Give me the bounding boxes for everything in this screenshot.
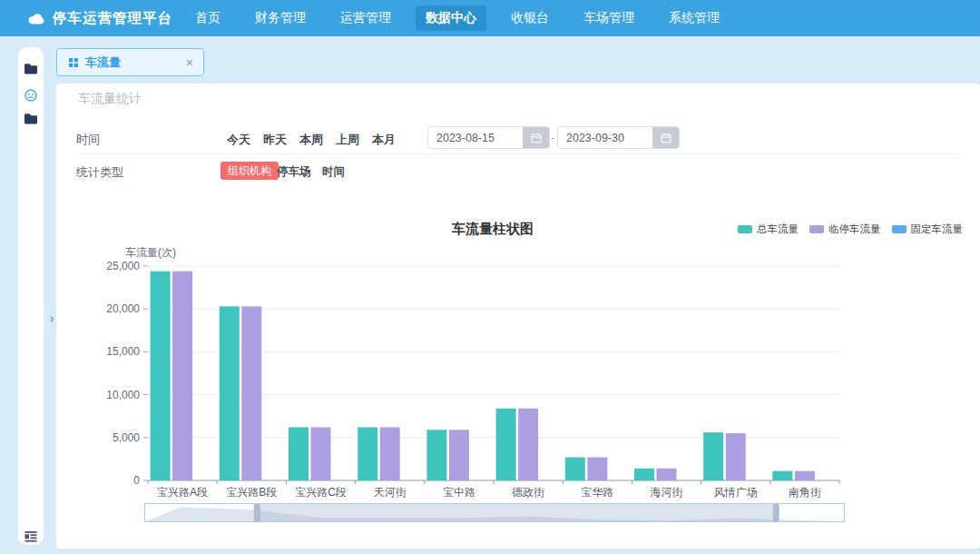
datazoom-slider[interactable]	[144, 503, 845, 522]
datazoom-handle-left[interactable]	[254, 504, 260, 521]
legend-item-temporary[interactable]: 临停车流量	[809, 223, 881, 236]
stat-type-filter-label: 统计类型	[76, 164, 123, 181]
bar[interactable]	[380, 427, 400, 480]
bar[interactable]	[172, 272, 192, 480]
legend-swatch-total	[738, 225, 752, 233]
nav-item-system-mgmt[interactable]: 系统管理	[659, 5, 730, 31]
y-tick-label: 15,000	[106, 345, 140, 358]
datazoom-handle-right[interactable]	[773, 504, 779, 521]
quick-option-this-week[interactable]: 本周	[299, 132, 323, 148]
stat-option-organization[interactable]: 组织机构	[220, 162, 279, 180]
y-tick-label: 25,000	[106, 260, 140, 272]
legend-item-fixed[interactable]: 固定车流量	[892, 223, 964, 236]
filter-divider	[76, 153, 960, 154]
bar[interactable]	[220, 306, 240, 480]
date-range-separator: -	[551, 132, 554, 144]
tab-traffic-flow[interactable]: 车流量 ×	[56, 48, 204, 76]
nav-item-parking-mgmt[interactable]: 车场管理	[573, 5, 644, 31]
quick-option-this-month[interactable]: 本月	[372, 132, 396, 148]
quick-option-today[interactable]: 今天	[227, 132, 250, 148]
bar[interactable]	[496, 409, 516, 480]
bar[interactable]	[426, 430, 446, 480]
cloud-logo-icon	[26, 12, 46, 25]
legend-swatch-fixed	[892, 225, 906, 233]
legend-swatch-temporary	[809, 225, 824, 233]
bar[interactable]	[518, 409, 538, 480]
face-icon[interactable]	[24, 88, 38, 103]
indent-list-icon[interactable]	[24, 529, 38, 543]
date-start-calendar-button[interactable]	[523, 127, 549, 148]
bar[interactable]	[703, 432, 723, 480]
bar[interactable]	[772, 471, 792, 480]
stat-option-parking-lot[interactable]: 停车场	[277, 164, 311, 180]
chart-legend: 总车流量 临停车流量 固定车流量	[738, 223, 963, 236]
x-category-label: 宝兴路A段	[157, 486, 208, 499]
bar[interactable]	[726, 433, 746, 480]
bar[interactable]	[151, 272, 171, 480]
bar[interactable]	[795, 471, 815, 480]
time-filter-label: 时间	[76, 132, 100, 148]
chart-title: 车流量柱状图	[411, 221, 574, 238]
datazoom-window[interactable]	[257, 504, 776, 521]
stat-option-time[interactable]: 时间	[322, 164, 345, 180]
app-window: 停车运营管理平台 首页 财务管理 运营管理 数据中心 收银台 车场管理 系统管理	[0, 0, 980, 554]
bar[interactable]	[311, 427, 331, 480]
quick-option-last-week[interactable]: 上周	[336, 132, 359, 148]
sidebar-rail	[18, 47, 44, 545]
y-tick-label: 5,000	[113, 431, 140, 444]
calendar-icon	[661, 133, 671, 143]
nav-item-data-center[interactable]: 数据中心	[416, 5, 486, 31]
quick-date-options: 今天 昨天 本周 上周 本月	[227, 132, 396, 148]
panel-expand-chevron-icon[interactable]: ›	[50, 312, 54, 325]
y-tick-label: 20,000	[106, 302, 140, 315]
bar[interactable]	[657, 469, 677, 480]
bar-chart: 05,00010,00015,00020,00025,000车流量(次)宝兴路A…	[56, 241, 980, 513]
bar[interactable]	[449, 430, 469, 480]
x-category-label: 风情广场	[714, 486, 758, 499]
date-start-field	[427, 126, 550, 149]
quick-option-yesterday[interactable]: 昨天	[263, 132, 287, 148]
nav-menu: 首页 财务管理 运营管理 数据中心 收银台 车场管理 系统管理	[185, 0, 730, 36]
bar[interactable]	[358, 427, 377, 480]
page-title: 车流量统计	[78, 91, 142, 107]
bar[interactable]	[587, 458, 607, 480]
folder-icon[interactable]	[24, 113, 38, 125]
tab-label: 车流量	[85, 54, 121, 71]
x-category-label: 德政街	[512, 486, 544, 499]
y-axis-label: 车流量(次)	[125, 246, 176, 259]
date-end-field	[557, 126, 680, 149]
folder-open-icon[interactable]	[24, 63, 38, 75]
x-category-label: 南角街	[789, 486, 821, 499]
x-category-label: 宝兴路B段	[226, 486, 277, 499]
y-tick-label: 0	[133, 474, 140, 487]
legend-item-total[interactable]: 总车流量	[738, 223, 799, 236]
grid-icon	[69, 58, 78, 67]
bar[interactable]	[289, 427, 309, 480]
x-category-label: 宝华路	[581, 486, 613, 499]
x-category-label: 宝兴路C段	[295, 486, 347, 499]
tab-close-icon[interactable]: ×	[186, 55, 193, 70]
y-tick-label: 10,000	[106, 389, 140, 401]
bar[interactable]	[565, 458, 585, 480]
x-category-label: 宝中路	[443, 486, 475, 499]
calendar-icon	[531, 133, 542, 143]
date-end-calendar-button[interactable]	[652, 127, 679, 148]
nav-item-operations[interactable]: 运营管理	[330, 5, 401, 31]
date-end-input[interactable]	[558, 127, 657, 148]
x-category-label: 海河街	[651, 486, 683, 499]
top-nav: 停车运营管理平台 首页 财务管理 运营管理 数据中心 收银台 车场管理 系统管理	[0, 0, 980, 36]
nav-item-cashier[interactable]: 收银台	[501, 5, 559, 31]
app-title: 停车运营管理平台	[53, 0, 172, 36]
nav-item-finance[interactable]: 财务管理	[245, 5, 316, 31]
nav-item-home[interactable]: 首页	[185, 5, 230, 31]
bar[interactable]	[634, 469, 654, 480]
bar[interactable]	[241, 306, 261, 480]
date-start-input[interactable]	[428, 127, 527, 148]
x-category-label: 天河街	[374, 486, 407, 499]
